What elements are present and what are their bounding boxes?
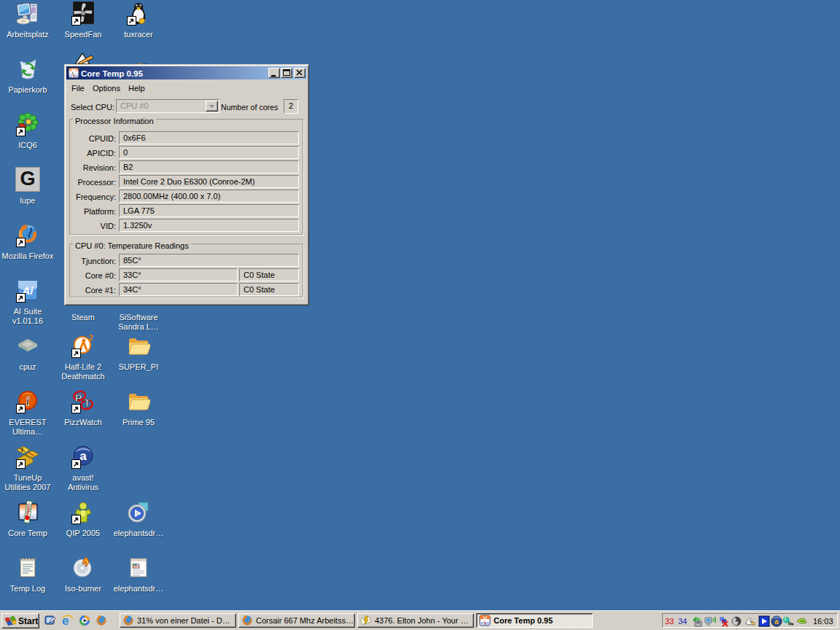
svg-text:a: a [774, 618, 779, 626]
svg-text:P: P [75, 392, 82, 404]
svg-text:e: e [62, 615, 69, 626]
svg-text:a: a [79, 449, 87, 463]
svg-text:i: i [26, 394, 29, 408]
svg-text:T: T [84, 397, 90, 409]
svg-text:2: 2 [89, 334, 93, 342]
